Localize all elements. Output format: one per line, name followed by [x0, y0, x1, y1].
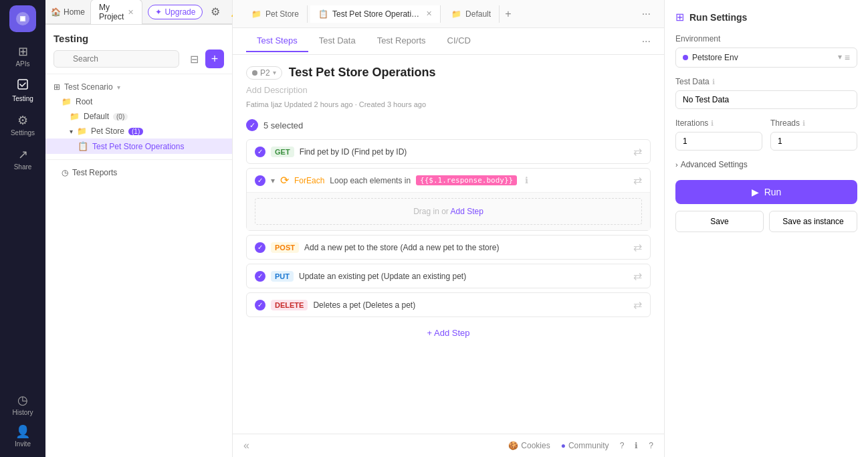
iterations-input[interactable] — [675, 132, 762, 151]
sidebar-item-share[interactable]: ↗ Share — [0, 143, 45, 175]
threads-input[interactable] — [770, 132, 857, 151]
tree-item-default[interactable]: 📁 Default (0) — [45, 109, 232, 124]
foreach-info-icon[interactable]: ℹ — [525, 175, 528, 185]
add-step-button[interactable]: + Add Step — [246, 321, 651, 345]
home-tab[interactable]: 🏠 Home — [51, 7, 85, 17]
testing-icon — [17, 78, 29, 94]
left-panel: 🏠 Home My Project ✕ ✦ Upgrade ⚙ 🔔 F ☆ — [45, 0, 233, 457]
icon-sidebar: ⊞ APIs Testing ⚙ Settings ↗ Share ◷ Hist… — [0, 0, 45, 457]
info-link[interactable]: ℹ — [635, 441, 638, 450]
step-action-icon[interactable]: ⇄ — [633, 270, 642, 282]
sidebar-item-label: History — [12, 409, 33, 416]
tree-item-label: Default — [84, 112, 109, 121]
upgrade-button[interactable]: ✦ Upgrade — [148, 5, 203, 19]
community-link[interactable]: ● Community — [561, 441, 609, 450]
info-icon[interactable]: ℹ — [712, 78, 715, 86]
collapse-button[interactable]: « — [243, 440, 249, 452]
test-title: Test Pet Store Operations — [289, 66, 436, 80]
sidebar-item-testing[interactable]: Testing — [0, 74, 45, 106]
run-button[interactable]: ▶ Run — [675, 180, 857, 204]
cookies-link[interactable]: 🍪 Cookies — [508, 441, 550, 450]
step-delete: ✓ DELETE Deletes a pet (Deletes a pet) ⇄ — [246, 292, 651, 317]
step-action-icon[interactable]: ⇄ — [633, 298, 642, 311]
file-tab-default[interactable]: 📁 Default — [443, 5, 500, 23]
help-link[interactable]: ? — [620, 441, 625, 450]
folder-icon: 📁 — [62, 97, 72, 106]
tree-scenario-label[interactable]: ⊞ Test Scenario ▾ — [45, 80, 232, 94]
environment-label: Environment — [675, 34, 857, 43]
step-check-icon: ✓ — [255, 242, 265, 253]
app-logo — [9, 5, 36, 32]
foreach-body: Drag in or Add Step — [247, 192, 650, 230]
run-settings-title: Run Settings — [689, 12, 747, 23]
play-icon: ▶ — [752, 187, 759, 197]
sidebar-item-invite[interactable]: 👤 Invite — [12, 420, 33, 452]
settings-button[interactable]: ⚙ — [208, 4, 223, 19]
add-step-label: + Add Step — [427, 328, 470, 338]
tree-section: ⊞ Test Scenario ▾ 📁 Root 📁 Default (0) ▾… — [45, 74, 232, 185]
steps-header: ✓ 5 selected — [246, 119, 651, 131]
project-tab-label: My Project — [99, 3, 124, 21]
save-instance-button[interactable]: Save as instance — [769, 211, 857, 232]
tab-label: Default — [465, 9, 491, 19]
content-tabs: Test Steps Test Data Test Reports CI/CD … — [233, 28, 664, 55]
step-action-icon[interactable]: ⇄ — [633, 241, 642, 254]
project-tab[interactable]: My Project ✕ — [90, 0, 142, 24]
tree-item-petstore[interactable]: ▾ 📁 Pet Store (1) — [45, 124, 232, 139]
more-options-button[interactable]: ··· — [642, 35, 651, 48]
step-action-icon[interactable]: ⇄ — [633, 145, 642, 158]
sidebar-item-settings[interactable]: ⚙ Settings — [0, 109, 45, 141]
add-description[interactable]: Add Description — [246, 85, 651, 95]
tree-item-test-ops[interactable]: 📋 Test Pet Store Operations — [45, 139, 232, 154]
question-link[interactable]: ? — [649, 441, 653, 450]
method-badge-delete: DELETE — [271, 300, 308, 310]
tab-test-steps[interactable]: Test Steps — [246, 30, 308, 52]
item-badge: (1) — [128, 128, 143, 135]
test-icon: 📋 — [318, 9, 328, 19]
step-check-icon: ✓ — [255, 175, 265, 186]
priority-value: P2 — [260, 68, 270, 78]
tree-item-reports[interactable]: ◷ Test Reports — [45, 165, 232, 180]
foreach-chevron-icon[interactable]: ▾ — [271, 176, 275, 185]
tab-test-reports[interactable]: Test Reports — [366, 30, 437, 52]
close-tab-icon[interactable]: ✕ — [426, 9, 432, 18]
add-button[interactable]: + — [205, 50, 224, 68]
save-row: Save Save as instance — [675, 211, 857, 232]
sidebar-item-apis[interactable]: ⊞ APIs — [0, 40, 45, 72]
test-data-select[interactable]: No Test Data — [675, 90, 857, 109]
info-icon[interactable]: ℹ — [802, 119, 805, 128]
foreach-variable[interactable]: {{$.1.response.body}} — [416, 175, 517, 185]
filter-button[interactable]: ⊟ — [187, 50, 201, 68]
add-step-link[interactable]: Add Step — [450, 207, 483, 216]
environment-selector[interactable]: Petstore Env ▾ ≡ — [675, 48, 857, 68]
menu-icon[interactable]: ≡ — [845, 52, 850, 63]
home-icon: 🏠 — [51, 7, 61, 17]
sidebar-item-history[interactable]: ◷ History — [12, 389, 33, 420]
community-icon: ● — [561, 441, 566, 450]
close-tab-icon[interactable]: ✕ — [128, 8, 134, 17]
method-badge-post: POST — [271, 242, 299, 253]
foreach-label: ForEach — [294, 176, 324, 185]
info-icon[interactable]: ℹ — [711, 119, 714, 128]
bottom-bar: « 🍪 Cookies ● Community ? ℹ ? — [233, 434, 664, 457]
add-tab-button[interactable]: + — [502, 5, 514, 23]
file-tab-petstore[interactable]: 📁 Pet Store — [243, 5, 308, 23]
priority-selector[interactable]: P2 ▾ — [246, 66, 282, 80]
more-tabs-button[interactable]: ··· — [639, 5, 653, 23]
tab-test-data[interactable]: Test Data — [308, 30, 366, 52]
tab-cicd[interactable]: CI/CD — [437, 30, 481, 52]
step-action-icon[interactable]: ⇄ — [633, 174, 642, 187]
tree-item-root[interactable]: 📁 Root — [45, 94, 232, 109]
tab-label: Test Pet Store Operati… — [332, 9, 419, 19]
search-row: 🔍 ⊟ + — [53, 50, 224, 68]
info-icon: ℹ — [635, 441, 638, 450]
save-button[interactable]: Save — [675, 211, 764, 232]
test-data-select-wrapper: No Test Data — [675, 90, 857, 109]
advanced-settings-link[interactable]: › Advanced Settings — [675, 160, 857, 169]
threads-label: Threads ℹ — [770, 118, 857, 128]
file-tab-test-ops[interactable]: 📋 Test Pet Store Operati… ✕ — [310, 5, 441, 23]
panel-title: Testing — [53, 33, 224, 44]
run-settings-panel: ⊞ Run Settings Environment Petstore Env … — [664, 0, 868, 457]
search-input[interactable] — [53, 50, 179, 68]
sidebar-item-label: APIs — [15, 60, 29, 68]
